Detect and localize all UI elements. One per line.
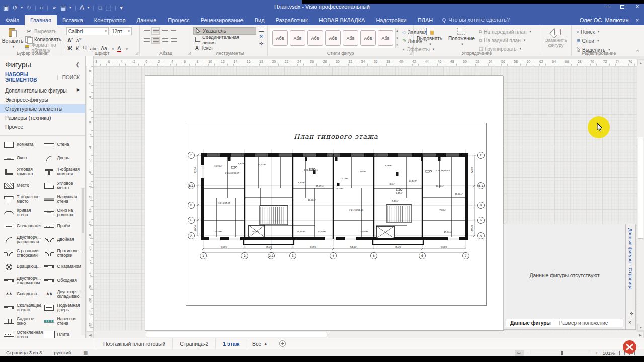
- replace-shape-button[interactable]: Заменить фигуру: [541, 27, 571, 50]
- font-name-combo[interactable]: Calibri▾: [66, 27, 109, 35]
- tab-stencils[interactable]: НАБОРЫ ЭЛЕМЕНТОВ: [5, 72, 53, 83]
- scroll-up-icon[interactable]: ▲: [637, 59, 644, 66]
- vscroll-thumb[interactable]: [638, 137, 643, 239]
- font-size-combo[interactable]: 12пт▾: [110, 27, 132, 35]
- align-middle-icon[interactable]: [153, 29, 159, 33]
- paste-button[interactable]: Вставить▾: [1, 27, 24, 50]
- bullets-icon[interactable]: [171, 29, 176, 33]
- page-indicator[interactable]: Страница 3 из 3: [6, 350, 42, 355]
- shapes-scrollbar[interactable]: [81, 187, 85, 335]
- shape-item[interactable]: Обходная: [44, 275, 85, 287]
- shape-item[interactable]: Кривая стена: [3, 207, 44, 219]
- gallery-scroll[interactable]: ▲▼≡: [396, 28, 399, 48]
- shape-item[interactable]: Двустворч... с карманом: [3, 275, 44, 287]
- shape-style-swatch[interactable]: Абв: [360, 30, 376, 46]
- add-page-button[interactable]: +: [279, 340, 286, 347]
- shape-item[interactable]: Окно: [3, 152, 44, 164]
- sidebar-item-прочее[interactable]: Прочее: [0, 122, 85, 131]
- tab-size-position[interactable]: Размер и положение: [555, 320, 612, 326]
- shape-item[interactable]: Угловое место: [44, 179, 85, 192]
- shape-item[interactable]: Проём: [44, 220, 85, 232]
- shape-item[interactable]: Садовое окно: [3, 315, 44, 327]
- shape-item[interactable]: Стеклопакет: [3, 220, 44, 232]
- align-right-icon[interactable]: [162, 38, 168, 43]
- hscroll-thumb[interactable]: [146, 332, 327, 337]
- presentation-mode-icon[interactable]: ▭: [515, 350, 524, 356]
- align-top-icon[interactable]: [144, 29, 150, 33]
- ribbon-tab-план[interactable]: ПЛАН: [412, 15, 438, 25]
- zoom-in-button[interactable]: +: [595, 350, 598, 356]
- sidebar-item-дополнительные-фигуры[interactable]: Дополнительные фигуры▶: [0, 86, 85, 95]
- shape-item[interactable]: Вращающ...: [3, 261, 44, 273]
- shape-item[interactable]: Окно на роликах: [44, 207, 85, 219]
- scroll-down-icon[interactable]: ▼: [637, 324, 644, 331]
- page-tab-поэтажный-план-готовый[interactable]: Поэтажный план готовый: [96, 338, 173, 349]
- ribbon-tab-данные[interactable]: Данные: [131, 15, 163, 25]
- send-to-back-button[interactable]: ⧉На задний план▾: [479, 37, 531, 44]
- shape-style-swatch[interactable]: Абв: [272, 30, 288, 46]
- rectangle-tool-icon[interactable]: [259, 28, 264, 32]
- font-dialog-launcher[interactable]: ◿: [136, 51, 138, 55]
- close-button[interactable]: ×: [634, 3, 641, 10]
- horizontal-scrollbar[interactable]: ◀ ▶: [87, 331, 644, 338]
- page-tab-1-этаж[interactable]: 1 этаж: [216, 338, 247, 349]
- tell-me-search[interactable]: Что вы хотите сделать?: [442, 17, 510, 25]
- page-tab-страница-2[interactable]: Страница-2: [173, 338, 216, 349]
- shape-item[interactable]: Навесная стена: [44, 315, 85, 327]
- shape-item[interactable]: Скользящее стекло: [3, 302, 44, 314]
- styles-dialog-launcher[interactable]: ◿: [410, 51, 412, 55]
- shape-item[interactable]: Стена: [44, 139, 85, 151]
- shape-item[interactable]: ∧∧Складыва...: [3, 288, 44, 300]
- shape-style-swatch[interactable]: Абв: [378, 30, 393, 46]
- zoom-slider[interactable]: [535, 350, 591, 356]
- bring-to-front-button[interactable]: ⧉На передний план▾: [479, 28, 531, 35]
- align-left-icon[interactable]: [144, 38, 150, 43]
- shape-style-swatch[interactable]: Абв: [325, 30, 341, 46]
- restore-button[interactable]: [619, 3, 626, 10]
- floor-plan-shape[interactable]: План типового этажа 122.134567ГГВ.1В.1ВВ…: [185, 122, 487, 306]
- paragraph-dialog-launcher[interactable]: ◿: [188, 51, 191, 55]
- ribbon-tab-файл[interactable]: Файл: [0, 15, 25, 25]
- sidebar-item-экспресс-фигуры[interactable]: Экспресс-фигуры: [0, 95, 85, 104]
- shape-item[interactable]: Двойная: [44, 234, 85, 246]
- shape-item[interactable]: Место: [3, 179, 44, 192]
- sidebar-item-структурные-элементы[interactable]: Структурные элементы: [0, 104, 85, 113]
- scroll-right-icon[interactable]: ▶: [637, 331, 644, 338]
- shape-style-swatch[interactable]: Абв: [290, 30, 305, 46]
- ribbon-tab-надстройки[interactable]: Надстройки: [370, 15, 412, 25]
- shape-item[interactable]: Двустворч... распашная: [3, 234, 44, 246]
- align-bottom-icon[interactable]: [162, 29, 168, 33]
- shape-item[interactable]: Подъемная дверь: [44, 302, 85, 314]
- ribbon-tab-рецензирование[interactable]: Рецензирование: [195, 15, 249, 25]
- close-icon[interactable]: ×: [636, 17, 639, 23]
- pin-icon[interactable]: -✛: [628, 311, 634, 316]
- grow-font-button[interactable]: А˄: [67, 37, 73, 43]
- shape-item[interactable]: Т-образная комната: [44, 166, 85, 178]
- shape-data-page-tab[interactable]: Данные фигуры - Страница: [628, 228, 633, 290]
- ribbon-tab-вставка[interactable]: Вставка: [57, 15, 89, 25]
- shape-item[interactable]: Угловая комната: [3, 166, 44, 178]
- ribbon-tab-процесс[interactable]: Процесс: [162, 15, 195, 25]
- align-center-icon[interactable]: [153, 38, 159, 43]
- shape-item[interactable]: Противоле... створки: [44, 247, 85, 259]
- shrink-font-button[interactable]: А˅: [76, 38, 81, 43]
- shape-item[interactable]: Т-образное место: [3, 193, 44, 205]
- close-panel-icon[interactable]: ×: [628, 320, 631, 325]
- ribbon-tab-главная[interactable]: Главная: [25, 15, 57, 25]
- collapse-ribbon-icon[interactable]: ᴖ: [636, 49, 639, 54]
- shape-item[interactable]: Комната: [3, 139, 44, 151]
- shape-item[interactable]: Дверь: [44, 152, 85, 164]
- shape-item[interactable]: Плита: [44, 329, 85, 338]
- ribbon-tab-вид[interactable]: Вид: [249, 15, 270, 25]
- zoom-out-button[interactable]: −: [528, 350, 531, 356]
- shape-item[interactable]: Остеклённая стена: [3, 329, 44, 338]
- connection-x-icon[interactable]: ×: [260, 33, 263, 39]
- collapse-panel-icon[interactable]: ❮: [76, 62, 80, 67]
- shape-style-swatch[interactable]: Абв: [307, 30, 323, 46]
- format-painter-button[interactable]: Формат по образцу: [24, 44, 63, 51]
- connector-tool-button[interactable]: Соединительная линия: [193, 36, 256, 43]
- tab-shape-data[interactable]: Данные фигуры: [506, 320, 555, 326]
- language-indicator[interactable]: русский: [54, 350, 71, 355]
- macro-icon[interactable]: ▦: [83, 350, 88, 355]
- all-pages-dropdown[interactable]: Все▲: [247, 341, 272, 347]
